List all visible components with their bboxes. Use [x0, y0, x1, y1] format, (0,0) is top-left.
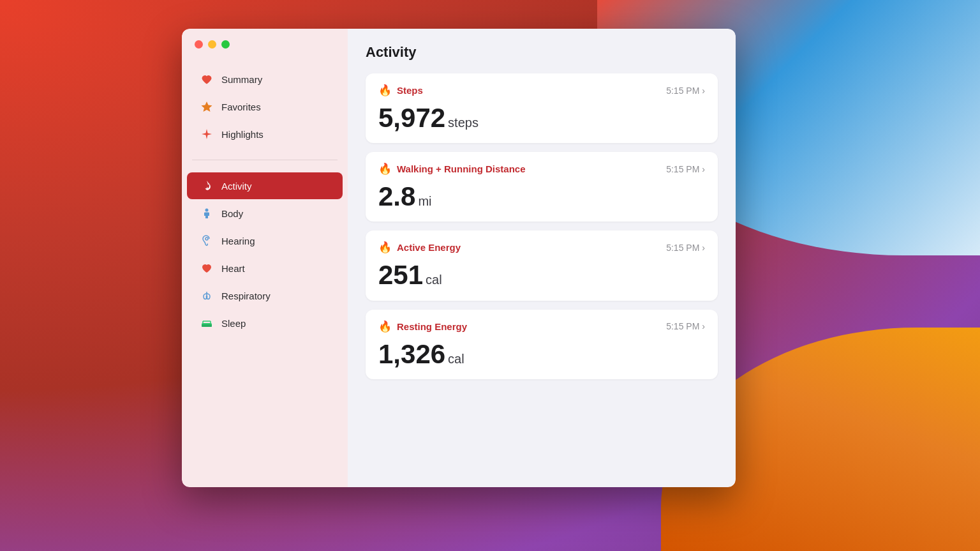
sidebar-label-hearing: Hearing	[221, 236, 255, 246]
resting-energy-time-value: 5:15 PM	[666, 321, 699, 331]
steps-card[interactable]: 🔥 Steps 5:15 PM › 5,972steps	[366, 73, 718, 143]
sidebar-item-sleep[interactable]: Sleep	[187, 310, 343, 336]
svg-point-1	[205, 209, 209, 212]
sidebar-item-body[interactable]: Body	[187, 200, 343, 227]
resting-energy-card-header: 🔥 Resting Energy 5:15 PM ›	[378, 320, 705, 333]
active-energy-label: Active Energy	[397, 242, 461, 253]
resting-energy-label: Resting Energy	[397, 321, 467, 332]
sidebar-item-highlights[interactable]: Highlights	[187, 121, 343, 147]
svg-rect-4	[202, 324, 212, 327]
walking-card-title: 🔥 Walking + Running Distance	[378, 162, 526, 176]
walking-card-header: 🔥 Walking + Running Distance 5:15 PM ›	[378, 162, 705, 176]
heart-fill-icon	[200, 261, 214, 275]
sidebar-item-summary[interactable]: Summary	[187, 66, 343, 93]
sparkle-icon	[200, 127, 214, 141]
sidebar-item-favorites[interactable]: Favorites	[187, 93, 343, 120]
ear-icon	[200, 234, 214, 248]
resting-energy-card-title: 🔥 Resting Energy	[378, 320, 467, 333]
page-title: Activity	[366, 44, 718, 61]
svg-point-2	[205, 238, 208, 240]
minimize-button[interactable]	[208, 40, 216, 49]
sidebar-item-heart[interactable]: Heart	[187, 255, 343, 282]
walking-time: 5:15 PM ›	[666, 164, 705, 174]
active-energy-value: 251	[378, 260, 423, 290]
titlebar	[182, 29, 348, 59]
resting-energy-time: 5:15 PM ›	[666, 321, 705, 331]
active-energy-flame-icon: 🔥	[378, 241, 392, 254]
steps-value: 5,972	[378, 103, 445, 133]
active-energy-card-title: 🔥 Active Energy	[378, 241, 461, 254]
nav-divider	[192, 160, 338, 160]
maximize-button[interactable]	[221, 40, 230, 49]
active-energy-unit: cal	[426, 273, 442, 287]
app-window: Summary Favorites Highlights	[182, 29, 736, 487]
sidebar-label-highlights: Highlights	[221, 129, 264, 140]
walking-value: 2.8	[378, 181, 415, 211]
star-icon	[200, 100, 214, 114]
walking-card[interactable]: 🔥 Walking + Running Distance 5:15 PM › 2…	[366, 152, 718, 222]
steps-label: Steps	[397, 85, 423, 96]
steps-time: 5:15 PM ›	[666, 86, 705, 96]
sidebar-label-body: Body	[221, 208, 243, 219]
sidebar-label-respiratory: Respiratory	[221, 291, 271, 301]
sidebar-label-sleep: Sleep	[221, 318, 246, 329]
steps-card-title: 🔥 Steps	[378, 84, 423, 97]
main-content: Activity 🔥 Steps 5:15 PM › 5,972steps	[348, 29, 736, 487]
walking-chevron: ›	[702, 164, 705, 174]
sidebar-label-activity: Activity	[221, 181, 252, 192]
svg-marker-0	[202, 102, 212, 112]
active-energy-time-value: 5:15 PM	[666, 243, 699, 253]
resting-energy-unit: cal	[448, 352, 464, 366]
walking-flame-icon: 🔥	[378, 162, 392, 176]
sidebar: Summary Favorites Highlights	[182, 29, 348, 487]
sidebar-label-summary: Summary	[221, 74, 262, 85]
resting-energy-value-row: 1,326cal	[378, 340, 705, 369]
resting-energy-card[interactable]: 🔥 Resting Energy 5:15 PM › 1,326cal	[366, 310, 718, 379]
active-energy-value-row: 251cal	[378, 260, 705, 290]
active-energy-time: 5:15 PM ›	[666, 243, 705, 253]
steps-card-header: 🔥 Steps 5:15 PM ›	[378, 84, 705, 97]
walking-time-value: 5:15 PM	[666, 164, 699, 174]
sidebar-item-respiratory[interactable]: Respiratory	[187, 282, 343, 309]
sidebar-item-activity[interactable]: Activity	[187, 172, 343, 199]
active-energy-chevron: ›	[702, 243, 705, 253]
sidebar-label-heart: Heart	[221, 263, 245, 274]
walking-label: Walking + Running Distance	[397, 163, 526, 174]
close-button[interactable]	[195, 40, 203, 49]
flame-icon	[200, 179, 214, 193]
bottom-nav-section: Activity Body Hearing	[182, 165, 348, 343]
lungs-icon	[200, 289, 214, 303]
person-icon	[200, 206, 214, 220]
bed-icon	[200, 316, 214, 330]
resting-energy-chevron: ›	[702, 321, 705, 331]
sidebar-item-hearing[interactable]: Hearing	[187, 227, 343, 254]
resting-energy-value: 1,326	[378, 339, 445, 369]
walking-value-row: 2.8mi	[378, 182, 705, 211]
top-nav-section: Summary Favorites Highlights	[182, 59, 348, 155]
steps-value-row: 5,972steps	[378, 103, 705, 133]
steps-time-value: 5:15 PM	[666, 86, 699, 96]
steps-flame-icon: 🔥	[378, 84, 392, 97]
sidebar-label-favorites: Favorites	[221, 102, 261, 112]
steps-unit: steps	[448, 116, 479, 130]
resting-energy-flame-icon: 🔥	[378, 320, 392, 333]
steps-chevron: ›	[702, 86, 705, 96]
heart-icon	[200, 72, 214, 86]
walking-unit: mi	[418, 194, 431, 208]
active-energy-card[interactable]: 🔥 Active Energy 5:15 PM › 251cal	[366, 230, 718, 300]
active-energy-card-header: 🔥 Active Energy 5:15 PM ›	[378, 241, 705, 254]
